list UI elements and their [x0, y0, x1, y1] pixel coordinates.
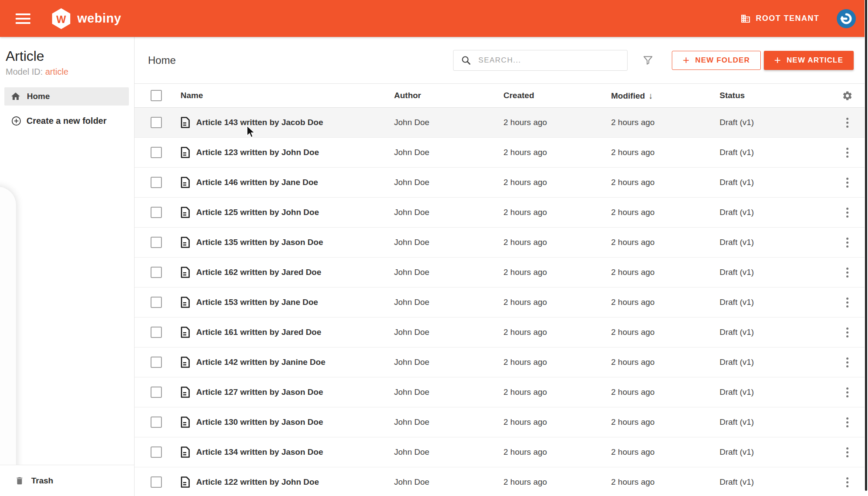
search-input[interactable]	[478, 56, 617, 65]
row-name-cell[interactable]: Article 125 written by John Doe	[181, 206, 394, 218]
sidebar-item-home[interactable]: Home	[4, 87, 129, 106]
row-name-cell[interactable]: Article 153 written by Jane Doe	[181, 296, 394, 308]
row-checkbox[interactable]	[151, 147, 162, 158]
create-folder-button[interactable]: Create a new folder	[4, 112, 129, 130]
document-icon	[181, 476, 190, 488]
scrollbar-thumb[interactable]	[865, 0, 867, 491]
row-checkbox[interactable]	[151, 207, 162, 218]
tenant-selector[interactable]: ROOT TENANT	[740, 13, 820, 24]
row-options-kebab-icon[interactable]	[845, 446, 850, 459]
row-status: Draft (v1)	[720, 357, 840, 367]
row-checkbox[interactable]	[151, 417, 162, 428]
row-options-kebab-icon[interactable]	[845, 176, 850, 189]
row-options-kebab-icon[interactable]	[845, 236, 850, 249]
table-row[interactable]: Article 142 written by Janine Doe John D…	[135, 347, 868, 377]
row-checkbox[interactable]	[151, 327, 162, 338]
hamburger-menu-icon[interactable]	[16, 13, 30, 24]
table-row[interactable]: Article 127 written by Jason Doe John Do…	[135, 377, 868, 407]
row-checkbox[interactable]	[151, 267, 162, 278]
row-name: Article 146 written by Jane Doe	[196, 178, 318, 187]
table-row[interactable]: Article 125 written by John Doe John Doe…	[135, 198, 868, 228]
table-row[interactable]: Article 146 written by Jane Doe John Doe…	[135, 168, 868, 198]
row-name-cell[interactable]: Article 143 written by Jacob Doe	[181, 116, 394, 129]
row-checkbox[interactable]	[151, 177, 162, 188]
row-name-cell[interactable]: Article 161 written by Jared Doe	[181, 326, 394, 338]
row-name: Article 125 written by John Doe	[196, 208, 319, 217]
row-checkbox[interactable]	[151, 357, 162, 368]
table-row[interactable]: Article 134 written by Jason Doe John Do…	[135, 437, 868, 467]
column-header-author[interactable]: Author	[394, 91, 503, 100]
app-root: W webiny ROOT TENANT Article Model ID: a…	[0, 0, 868, 496]
row-options-kebab-icon[interactable]	[845, 116, 850, 129]
model-id-label: Model ID:	[6, 67, 45, 76]
row-name: Article 130 written by Jason Doe	[196, 417, 323, 427]
row-options-kebab-icon[interactable]	[845, 296, 850, 309]
row-checkbox[interactable]	[151, 237, 162, 248]
table-row[interactable]: Article 161 written by Jared Doe John Do…	[135, 317, 868, 347]
model-id-value[interactable]: article	[45, 67, 68, 76]
table-header: Name Author Created Modified↓ Status	[135, 84, 868, 108]
row-name: Article 135 written by Jason Doe	[196, 238, 323, 247]
row-options-kebab-icon[interactable]	[845, 356, 850, 369]
row-checkbox-cell	[135, 476, 181, 488]
row-checkbox[interactable]	[151, 446, 162, 458]
row-modified: 2 hours ago	[611, 148, 720, 157]
row-author: John Doe	[394, 477, 503, 487]
home-icon	[10, 91, 21, 102]
row-name-cell[interactable]: Article 135 written by Jason Doe	[181, 236, 394, 248]
table-settings-button[interactable]	[842, 90, 853, 101]
row-name: Article 134 written by Jason Doe	[196, 447, 323, 457]
new-article-button[interactable]: + NEW ARTICLE	[764, 51, 854, 70]
column-header-created[interactable]: Created	[503, 91, 611, 100]
row-created: 2 hours ago	[503, 298, 611, 307]
row-options-kebab-icon[interactable]	[845, 386, 850, 399]
row-options-kebab-icon[interactable]	[845, 266, 850, 279]
row-checkbox[interactable]	[151, 297, 162, 308]
row-modified: 2 hours ago	[611, 357, 720, 367]
row-name-cell[interactable]: Article 134 written by Jason Doe	[181, 446, 394, 458]
row-author: John Doe	[394, 298, 503, 307]
table-row[interactable]: Article 143 written by Jacob Doe John Do…	[135, 108, 868, 138]
table-row[interactable]: Article 122 written by John Doe John Doe…	[135, 467, 868, 496]
column-header-status[interactable]: Status	[720, 91, 840, 100]
row-name-cell[interactable]: Article 122 written by John Doe	[181, 476, 394, 488]
row-options-kebab-icon[interactable]	[845, 146, 850, 159]
column-header-name[interactable]: Name	[181, 91, 394, 100]
row-name: Article 127 written by Jason Doe	[196, 387, 323, 397]
user-avatar[interactable]	[837, 9, 856, 28]
row-name-cell[interactable]: Article 127 written by Jason Doe	[181, 386, 394, 398]
row-modified: 2 hours ago	[611, 298, 720, 307]
document-icon	[181, 446, 190, 458]
table-row[interactable]: Article 123 written by John Doe John Doe…	[135, 138, 868, 168]
row-options-kebab-icon[interactable]	[845, 326, 850, 339]
row-name-cell[interactable]: Article 146 written by Jane Doe	[181, 176, 394, 188]
row-name-cell[interactable]: Article 123 written by John Doe	[181, 146, 394, 159]
row-options-kebab-icon[interactable]	[845, 206, 850, 219]
row-checkbox[interactable]	[151, 117, 162, 128]
table-row[interactable]: Article 153 written by Jane Doe John Doe…	[135, 288, 868, 317]
row-name-cell[interactable]: Article 142 written by Janine Doe	[181, 356, 394, 368]
row-created: 2 hours ago	[503, 178, 611, 187]
row-checkbox-cell	[135, 327, 181, 338]
row-name-cell[interactable]: Article 130 written by Jason Doe	[181, 416, 394, 428]
row-checkbox-cell	[135, 177, 181, 188]
column-header-modified[interactable]: Modified↓	[611, 91, 720, 101]
new-article-label: NEW ARTICLE	[786, 56, 843, 65]
row-name-cell[interactable]: Article 162 written by Jared Doe	[181, 266, 394, 278]
sort-descending-icon: ↓	[648, 91, 653, 100]
filter-button[interactable]	[642, 55, 654, 66]
document-icon	[181, 326, 190, 338]
table-row[interactable]: Article 135 written by Jason Doe John Do…	[135, 228, 868, 258]
row-kebab-cell	[840, 206, 868, 219]
row-status: Draft (v1)	[720, 298, 840, 307]
table-row[interactable]: Article 162 written by Jared Doe John Do…	[135, 258, 868, 288]
row-checkbox[interactable]	[151, 476, 162, 488]
row-checkbox[interactable]	[151, 387, 162, 398]
row-options-kebab-icon[interactable]	[845, 476, 850, 489]
trash-button[interactable]: Trash	[0, 465, 134, 496]
row-author: John Doe	[394, 268, 503, 277]
new-folder-button[interactable]: + NEW FOLDER	[672, 51, 761, 70]
row-options-kebab-icon[interactable]	[845, 416, 850, 429]
table-row[interactable]: Article 130 written by Jason Doe John Do…	[135, 407, 868, 437]
select-all-checkbox[interactable]	[151, 90, 162, 101]
